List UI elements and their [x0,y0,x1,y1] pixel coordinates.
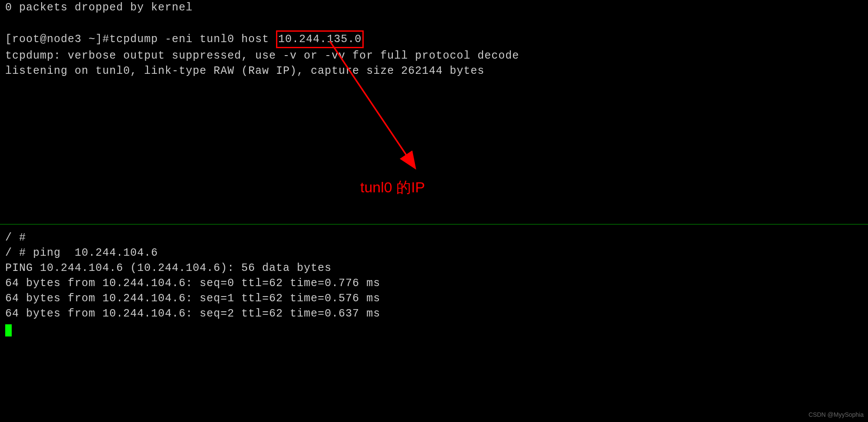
tunl0-ip-annotation: tunl0 的IP [360,177,425,198]
tcpdump-verbose-line: tcpdump: verbose output suppressed, use … [0,48,868,63]
ip-highlight-box: 10.244.135.0 [276,30,364,48]
csdn-watermark: CSDN @MyySophia [809,411,864,419]
cursor-line [0,321,868,336]
blank-line [0,15,868,30]
ping-reply-line: 64 bytes from 10.244.104.6: seq=1 ttl=62… [0,291,868,306]
ping-output-section: / # / # ping 10.244.104.6 PING 10.244.10… [0,230,868,336]
shell-prompt-line: / # [0,230,868,245]
shell-prompt: [root@node3 ~]# [5,33,109,46]
tcpdump-listening-line: listening on tunl0, link-type RAW (Raw I… [0,63,868,79]
pane-divider [0,224,868,224]
tcpdump-command-line: [root@node3 ~]#tcpdump -eni tunl0 host 1… [0,30,868,48]
ping-command-line: / # ping 10.244.104.6 [0,245,868,260]
ping-header-line: PING 10.244.104.6 (10.244.104.6): 56 dat… [0,260,868,276]
kernel-drop-line: 0 packets dropped by kernel [0,0,868,15]
tcpdump-output-section: 0 packets dropped by kernel [root@node3 … [0,0,868,79]
tcpdump-cmd-text: tcpdump -eni tunl0 host [109,33,276,46]
ping-reply-line: 64 bytes from 10.244.104.6: seq=0 ttl=62… [0,276,868,291]
ping-reply-line: 64 bytes from 10.244.104.6: seq=2 ttl=62… [0,306,868,321]
terminal-cursor [5,324,12,336]
